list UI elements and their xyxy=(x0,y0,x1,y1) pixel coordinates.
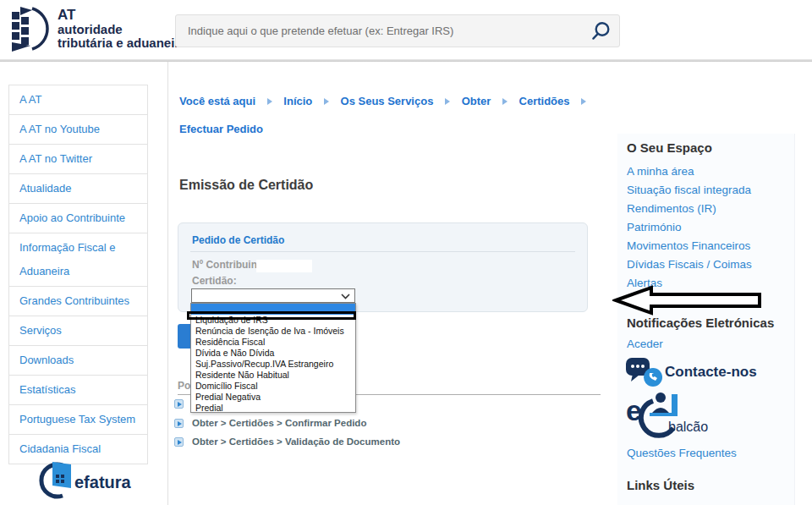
sidebar-item-label: Grandes Contribuintes xyxy=(19,294,129,307)
sidebar-item-a-at-youtube[interactable]: A AT no Youtube xyxy=(9,115,147,145)
related-link-validacao-documento[interactable]: Obter > Certidões > Validação de Documen… xyxy=(192,436,400,447)
breadcrumb-link-efectuar-pedido[interactable]: Efectuar Pedido xyxy=(179,123,263,135)
breadcrumb-link-inicio[interactable]: Início xyxy=(283,95,312,107)
breadcrumb: Você está aqui Início Os Seus Serviços O… xyxy=(179,87,595,143)
contact-us-label: Contacte-nos xyxy=(665,364,757,381)
left-nav: A AT A AT no Youtube A AT no Twitter Atu… xyxy=(8,85,148,464)
sidebar-item-label: A AT no Twitter xyxy=(19,152,92,165)
annotation-arrow-icon xyxy=(612,284,765,316)
efatura-icon xyxy=(34,459,78,502)
sidebar-item-apoio-contribuinte[interactable]: Apoio ao Contribuinte xyxy=(9,204,147,233)
link-situacao-fiscal[interactable]: Situação fiscal integrada xyxy=(627,181,796,200)
sidebar-item-grandes-contribuintes[interactable]: Grandes Contribuintes xyxy=(9,287,147,316)
dropdown-option-blank[interactable] xyxy=(191,304,355,315)
breadcrumb-separator-icon xyxy=(581,98,586,105)
partial-occluded-text: Po xyxy=(178,380,190,392)
sidebar-item-label: Serviços xyxy=(19,324,62,337)
related-link-row[interactable]: Obter > Certidões > Validação de Documen… xyxy=(174,436,400,447)
sidebar-item-label: Portuguese Tax System xyxy=(19,413,135,425)
logo-line2: autoridade xyxy=(58,23,187,36)
dropdown-option-renuncia-iva[interactable]: Renúncia de Isenção de Iva - Imóveis xyxy=(191,326,355,337)
breadcrumb-separator-icon xyxy=(324,98,329,105)
link-dividas-fiscais[interactable]: Dívidas Fiscais / Coimas xyxy=(627,255,796,274)
sidebar-item-servicos[interactable]: Serviços xyxy=(9,316,147,346)
logo-title: AT xyxy=(58,8,187,23)
dropdown-option-predial[interactable]: Predial xyxy=(191,403,355,414)
sidebar-item-estatisticas[interactable]: Estatísticas xyxy=(9,376,147,405)
sidebar-item-label: Atualidade xyxy=(19,182,71,195)
sidebar-item-atualidade[interactable]: Atualidade xyxy=(9,174,147,204)
sidebar-item-label: Apoio ao Contribuinte xyxy=(19,211,125,224)
page-title: Emissão de Certidão xyxy=(179,178,313,193)
sidebar-item-label: Cidadania Fiscal xyxy=(19,442,101,455)
panel-divider xyxy=(190,251,575,252)
panel-title: Pedido de Certidão xyxy=(192,234,284,246)
dropdown-option-domicilio-fiscal[interactable]: Domicílio Fiscal xyxy=(191,381,355,392)
breadcrumb-separator-icon xyxy=(502,98,508,105)
sidebar-item-label: Estatísticas xyxy=(19,383,75,396)
logo-text: AT autoridade tributária e aduaneira xyxy=(58,8,187,49)
sidebar-item-informacao-fiscal[interactable]: Informação Fiscal e Aduaneira xyxy=(9,233,147,287)
nif-value-field[interactable] xyxy=(256,260,312,272)
sidebar-item-a-at-twitter[interactable]: A AT no Twitter xyxy=(9,145,147,174)
breadcrumb-you-are-here: Você está aqui xyxy=(179,95,255,107)
search-input[interactable] xyxy=(176,15,582,47)
notifications-section: Notificações Eletrónicas Aceder xyxy=(627,316,796,354)
ebalcao-logo[interactable]: e balcão xyxy=(624,387,751,440)
faq-block: Questões Frequentes xyxy=(627,444,796,463)
dropdown-option-predial-negativa[interactable]: Predial Negativa xyxy=(191,392,355,403)
ebalcao-label: balcão xyxy=(668,420,708,435)
certificate-dropdown-list: Liquidação de IRS Renúncia de Isenção de… xyxy=(190,303,356,413)
content-divider xyxy=(167,62,168,505)
certificate-select[interactable] xyxy=(191,288,355,303)
link-a-minha-area[interactable]: A minha área xyxy=(627,162,796,181)
related-link-row[interactable]: Obter > Certidões > Confirmar Pedido xyxy=(174,418,366,428)
link-rendimentos[interactable]: Rendimentos (IR) xyxy=(627,200,796,218)
breadcrumb-link-obter[interactable]: Obter xyxy=(462,95,491,107)
breadcrumb-separator-icon xyxy=(267,98,272,105)
contact-us-logo[interactable]: Contacte-nos xyxy=(624,355,757,389)
efatura-logo[interactable]: efatura xyxy=(34,459,144,502)
search-box[interactable] xyxy=(175,14,620,47)
breadcrumb-link-certidoes[interactable]: Certidões xyxy=(519,95,570,107)
at-logo[interactable]: AT autoridade tributária e aduaneira xyxy=(7,5,187,52)
link-patrimonio[interactable]: Património xyxy=(627,218,796,237)
sidebar-item-downloads[interactable]: Downloads xyxy=(9,346,147,376)
page: AT autoridade tributária e aduaneira A A… xyxy=(0,0,812,505)
link-movimentos-financeiros[interactable]: Movimentos Financeiros xyxy=(627,237,796,255)
header-divider xyxy=(0,59,812,62)
sidebar-item-label: A AT no Youtube xyxy=(19,123,100,135)
efatura-label: efatura xyxy=(74,473,131,492)
useful-links-section: Links Úteis xyxy=(627,478,796,492)
certificate-label: Certidão: xyxy=(192,275,237,287)
chevron-down-icon xyxy=(341,294,350,299)
your-space-section: O Seu Espaço A minha área Situação fisca… xyxy=(627,140,796,293)
play-bullet-icon[interactable] xyxy=(174,437,184,447)
sidebar-item-portuguese-tax-system[interactable]: Portuguese Tax System xyxy=(9,405,147,435)
useful-links-title: Links Úteis xyxy=(627,478,796,492)
dropdown-option-suj-passivo[interactable]: Suj.Passivo/Recup.IVA Estrangeiro xyxy=(191,359,355,370)
ebalcao-e-label: e xyxy=(626,394,642,427)
your-space-title: O Seu Espaço xyxy=(627,140,796,155)
related-link-confirmar-pedido[interactable]: Obter > Certidões > Confirmar Pedido xyxy=(192,418,366,428)
breadcrumb-separator-icon xyxy=(445,98,450,105)
play-bullet-icon[interactable] xyxy=(174,399,184,409)
related-link-row[interactable] xyxy=(174,399,192,409)
dropdown-option-residente-nao-habitual[interactable]: Residente Não Habitual xyxy=(191,370,355,381)
sidebar-item-a-at[interactable]: A AT xyxy=(9,85,147,115)
dropdown-option-divida[interactable]: Dívida e Não Dívida xyxy=(191,348,355,359)
play-bullet-icon[interactable] xyxy=(174,419,184,428)
search-icon[interactable] xyxy=(590,21,611,42)
notifications-title: Notificações Eletrónicas xyxy=(627,316,796,330)
at-emblem-icon xyxy=(7,5,51,52)
sidebar-item-label: A AT xyxy=(19,93,42,106)
logo-line3: tributária e aduaneira xyxy=(58,36,187,50)
sidebar-item-label: Informação Fiscal e Aduaneira xyxy=(19,241,115,277)
breadcrumb-link-servicos[interactable]: Os Seus Serviços xyxy=(341,95,434,107)
sidebar-item-label: Downloads xyxy=(19,354,74,366)
link-aceder[interactable]: Aceder xyxy=(627,335,796,354)
contact-bubbles-icon xyxy=(624,355,668,389)
dropdown-option-liquidacao-irs[interactable]: Liquidação de IRS xyxy=(191,315,355,326)
link-questoes-frequentes[interactable]: Questões Frequentes xyxy=(627,444,796,463)
dropdown-option-residencia-fiscal[interactable]: Residência Fiscal xyxy=(191,337,355,348)
